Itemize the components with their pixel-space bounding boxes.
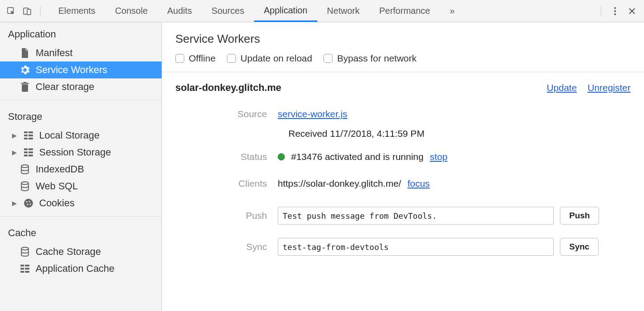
sidebar-item-label: Application Cache bbox=[36, 263, 114, 274]
divider bbox=[40, 6, 41, 16]
svg-rect-31 bbox=[25, 271, 29, 273]
gear-icon bbox=[20, 65, 30, 75]
client-url: https://solar-donkey.glitch.me/ bbox=[278, 178, 401, 189]
sidebar-item-cache-storage[interactable]: Cache Storage bbox=[0, 243, 162, 260]
svg-rect-14 bbox=[24, 151, 28, 153]
expand-arrow-icon: ▶ bbox=[11, 200, 18, 207]
tab-sources[interactable]: Sources bbox=[202, 0, 254, 22]
sidebar-item-label: Web SQL bbox=[36, 180, 78, 192]
sync-label: Sync bbox=[175, 241, 278, 252]
sw-origin: solar-donkey.glitch.me bbox=[175, 82, 281, 94]
sidebar-item-manifest[interactable]: Manifest bbox=[0, 45, 162, 61]
sidebar-group-cache: Cache bbox=[0, 221, 162, 243]
svg-point-25 bbox=[21, 247, 28, 250]
svg-rect-10 bbox=[24, 138, 28, 139]
tab-audits[interactable]: Audits bbox=[158, 0, 202, 22]
svg-rect-17 bbox=[28, 155, 33, 156]
panel-title: Service Workers bbox=[162, 22, 644, 50]
sidebar-item-label: IndexedDB bbox=[36, 164, 84, 175]
db-icon bbox=[20, 164, 30, 174]
sidebar-item-local-storage[interactable]: ▶Local Storage bbox=[0, 127, 162, 144]
sidebar-item-label: Service Workers bbox=[36, 64, 107, 76]
sidebar-item-session-storage[interactable]: ▶Session Storage bbox=[0, 144, 162, 161]
svg-rect-8 bbox=[24, 135, 28, 136]
sidebar-item-clear-storage[interactable]: Clear storage bbox=[0, 78, 162, 95]
svg-rect-30 bbox=[20, 271, 24, 273]
sidebar-item-service-workers[interactable]: Service Workers bbox=[0, 61, 162, 78]
update-on-reload-checkbox[interactable]: Update on reload bbox=[227, 53, 312, 64]
push-input[interactable] bbox=[278, 207, 554, 225]
svg-point-24 bbox=[30, 204, 31, 205]
offline-checkbox[interactable]: Offline bbox=[175, 53, 215, 64]
svg-rect-11 bbox=[28, 138, 33, 139]
sw-sync-row: Sync Sync bbox=[162, 230, 644, 261]
checkbox-icon bbox=[324, 54, 332, 63]
cookie-icon bbox=[23, 198, 34, 208]
checkbox-icon bbox=[227, 54, 236, 63]
sidebar-item-label: Cache Storage bbox=[36, 246, 101, 258]
tabbar-leading bbox=[0, 4, 49, 18]
file-icon bbox=[20, 48, 30, 58]
svg-point-23 bbox=[27, 204, 28, 205]
update-on-reload-label: Update on reload bbox=[240, 53, 312, 64]
bypass-checkbox[interactable]: Bypass for network bbox=[324, 53, 417, 64]
clients-label: Clients bbox=[175, 178, 278, 189]
grid-icon bbox=[20, 265, 30, 273]
kebab-menu-icon[interactable] bbox=[608, 4, 622, 18]
tab-console[interactable]: Console bbox=[105, 0, 157, 22]
sidebar-item-web-sql[interactable]: Web SQL bbox=[0, 178, 162, 195]
sidebar-item-label: Local Storage bbox=[39, 130, 100, 141]
grid-icon bbox=[23, 148, 34, 156]
push-label: Push bbox=[175, 210, 278, 221]
svg-rect-6 bbox=[24, 131, 28, 133]
source-link[interactable]: service-worker.js bbox=[278, 109, 347, 119]
sidebar-item-indexeddb[interactable]: IndexedDB bbox=[0, 161, 162, 178]
sw-clients-row: Clients https://solar-donkey.glitch.me/ … bbox=[162, 168, 644, 194]
svg-rect-13 bbox=[28, 148, 33, 150]
sidebar-group-application: Application bbox=[0, 22, 162, 45]
tab-elements[interactable]: Elements bbox=[49, 0, 105, 22]
tab-performance[interactable]: Performance bbox=[369, 0, 440, 22]
grid-icon bbox=[23, 131, 34, 139]
svg-rect-27 bbox=[25, 265, 29, 266]
svg-rect-15 bbox=[28, 151, 33, 153]
svg-rect-28 bbox=[20, 268, 24, 270]
tab-network[interactable]: Network bbox=[317, 0, 369, 22]
sidebar-item-label: Session Storage bbox=[39, 147, 111, 158]
sidebar-item-label: Cookies bbox=[39, 197, 74, 209]
svg-point-19 bbox=[21, 182, 28, 184]
stop-link[interactable]: stop bbox=[430, 151, 448, 162]
offline-label: Offline bbox=[189, 53, 215, 64]
sidebar-item-label: Clear storage bbox=[36, 81, 94, 93]
inspect-icon[interactable] bbox=[4, 4, 18, 18]
db-icon bbox=[20, 247, 30, 257]
svg-point-20 bbox=[24, 199, 33, 208]
svg-rect-9 bbox=[28, 135, 33, 136]
divider bbox=[601, 6, 601, 16]
push-button[interactable]: Push bbox=[560, 207, 599, 225]
svg-point-4 bbox=[614, 10, 616, 12]
service-workers-panel: Service Workers Offline Update on reload… bbox=[162, 22, 644, 311]
tab-more[interactable]: » bbox=[440, 6, 464, 16]
db-icon bbox=[20, 181, 30, 191]
sidebar-group-storage: Storage bbox=[0, 105, 162, 127]
expand-arrow-icon: ▶ bbox=[11, 149, 18, 156]
sidebar-item-label: Manifest bbox=[36, 47, 73, 59]
sidebar-item-cookies[interactable]: ▶Cookies bbox=[0, 195, 162, 212]
sync-input[interactable] bbox=[278, 238, 554, 256]
sidebar-item-application-cache[interactable]: Application Cache bbox=[0, 260, 162, 277]
application-sidebar: ApplicationManifestService WorkersClear … bbox=[0, 22, 162, 311]
tabs-container: ElementsConsoleAuditsSourcesApplicationN… bbox=[49, 0, 440, 22]
expand-arrow-icon: ▶ bbox=[11, 132, 18, 139]
update-link[interactable]: Update bbox=[547, 82, 577, 93]
devtools-root: ElementsConsoleAuditsSourcesApplicationN… bbox=[0, 0, 644, 311]
tab-application[interactable]: Application bbox=[254, 0, 317, 22]
device-toggle-icon[interactable] bbox=[20, 4, 34, 18]
svg-rect-7 bbox=[28, 131, 33, 133]
unregister-link[interactable]: Unregister bbox=[587, 82, 631, 93]
sw-received: Received 11/7/2018, 4:11:59 PM bbox=[162, 125, 644, 146]
focus-link[interactable]: focus bbox=[407, 178, 429, 189]
status-dot-icon bbox=[278, 153, 285, 160]
close-icon[interactable] bbox=[625, 4, 639, 18]
sync-button[interactable]: Sync bbox=[560, 238, 599, 256]
